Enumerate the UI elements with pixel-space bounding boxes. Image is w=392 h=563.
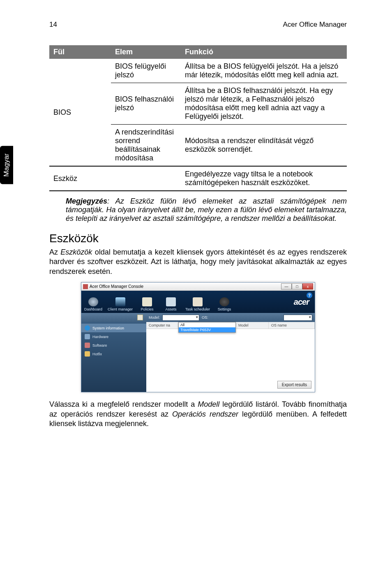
tab-label: Dashboard	[84, 307, 102, 311]
th-elem: Elem	[111, 45, 181, 59]
tab-assets[interactable]: Assets	[159, 296, 183, 313]
os-label: OS:	[202, 315, 208, 320]
th-ful: Fül	[49, 45, 111, 59]
table-row: BIOS BIOS felügyelői jelszó Állítsa be a…	[49, 59, 347, 83]
app-body: System information Hardware Software Hot…	[81, 322, 315, 392]
text-em: Modell	[198, 400, 219, 408]
task-scheduler-icon	[193, 297, 203, 306]
app-window: Acer Office Manager Console — □ x ? Dash…	[81, 282, 315, 392]
model-dropdown-popup[interactable]: All TravelMate P653V	[178, 322, 236, 333]
cell-elem: BIOS felhasználói jelszó	[111, 83, 181, 125]
col-os-name[interactable]: OS name	[269, 322, 315, 329]
titlebar: Acer Office Manager Console — □ x	[81, 283, 315, 291]
window-controls: — □ x	[281, 283, 313, 290]
close-button[interactable]: x	[302, 283, 313, 290]
note-paragraph: Megjegyzés: Az Eszköz fülön lévő elemeke…	[66, 197, 347, 223]
section-heading: Eszközök	[49, 232, 347, 245]
tab-label: Assets	[166, 307, 177, 311]
text: Válassza ki a megfelelő rendszer modellt…	[49, 400, 198, 408]
model-select[interactable]	[162, 315, 199, 321]
text-em: Operációs rendszer	[172, 410, 238, 418]
document-page: 14 Acer Office Manager Fül Elem Funkció …	[0, 0, 392, 453]
tab-label: Task scheduler	[185, 307, 210, 311]
sidebar-item-software[interactable]: Software	[81, 341, 146, 350]
settings-icon	[219, 297, 229, 306]
sidebar-item-label: Hotfix	[92, 352, 102, 356]
dropdown-option-all[interactable]: All	[179, 322, 235, 327]
minimize-button[interactable]: —	[281, 283, 292, 290]
cell-bios-group: BIOS	[49, 59, 111, 166]
tab-label: Settings	[218, 307, 231, 311]
tab-label: Policies	[141, 307, 154, 311]
sidebar-item-label: System information	[92, 326, 124, 330]
filter-bar: Model: OS:	[81, 313, 315, 322]
cell-funk: Módosítsa a rendszer elindítását végző e…	[181, 125, 347, 167]
main-toolbar: ? Dashboard Client manager Policies Asse…	[81, 291, 315, 313]
sidebar-item-label: Software	[92, 343, 107, 348]
page-header: 14 Acer Office Manager	[49, 21, 347, 29]
cell-eszkoz-funk: Engedélyezze vagy tiltsa le a notebook s…	[181, 166, 347, 191]
tab-client-manager[interactable]: Client manager	[105, 296, 135, 313]
info-icon	[85, 325, 90, 331]
note-text: : Az Eszköz fülön lévő elemeket az aszta…	[66, 197, 347, 222]
table-row-eszkoz: Eszköz Engedélyezze vagy tiltsa le a not…	[49, 166, 347, 191]
tab-label: Client manager	[108, 307, 133, 311]
hardware-icon	[85, 334, 90, 339]
text: Az	[49, 248, 60, 256]
page-number: 14	[49, 21, 57, 29]
body-paragraph-1: Az Eszközök oldal bemutatja a kezelt kli…	[49, 248, 347, 276]
sidebar-item-system-information[interactable]: System information	[81, 324, 146, 332]
tab-task-scheduler[interactable]: Task scheduler	[183, 296, 212, 313]
tab-dashboard[interactable]: Dashboard	[81, 296, 105, 313]
tab-policies[interactable]: Policies	[135, 296, 159, 313]
col-computer-name[interactable]: Computer na	[146, 322, 178, 329]
dashboard-icon	[88, 297, 98, 306]
cell-eszkoz-label: Eszköz	[49, 166, 181, 191]
tab-settings[interactable]: Settings	[212, 296, 236, 313]
text-em: Eszközök	[60, 248, 92, 256]
bios-table: Fül Elem Funkció BIOS BIOS felügyelői je…	[49, 45, 347, 191]
os-select[interactable]	[284, 315, 312, 321]
note-label: Megjegyzés	[66, 197, 107, 205]
hotfix-icon	[85, 351, 90, 357]
header-title: Acer Office Manager	[283, 21, 347, 29]
export-results-button[interactable]: Export results	[277, 381, 311, 389]
sidebar-item-hardware[interactable]: Hardware	[81, 332, 146, 341]
text: oldal bemutatja a kezelt kliensek gyors …	[49, 248, 347, 276]
page-icon[interactable]	[137, 315, 143, 320]
dropdown-option-travelmate[interactable]: TravelMate P653V	[179, 327, 235, 332]
assets-sidebar: System information Hardware Software Hot…	[81, 322, 146, 392]
policies-icon	[142, 297, 152, 306]
th-funkcio: Funkció	[181, 45, 347, 59]
app-title: Acer Office Manager Console	[90, 284, 143, 289]
sidebar-item-label: Hardware	[92, 335, 108, 339]
content-area: Computer na Model OS name All TravelMate…	[146, 322, 315, 392]
cell-elem: A rendszerindítási sorrend beállításaina…	[111, 125, 181, 167]
sidebar-item-hotfix[interactable]: Hotfix	[81, 350, 146, 358]
cell-funk: Állítsa be a BIOS felhasználói jelszót. …	[181, 83, 347, 125]
table-header-row: Fül Elem Funkció	[49, 45, 347, 59]
model-label: Model:	[149, 315, 160, 320]
maximize-button[interactable]: □	[292, 283, 302, 290]
cell-funk: Állítsa be a BIOS felügyelői jelszót. Ha…	[181, 59, 347, 83]
client-manager-icon	[115, 297, 125, 306]
cell-elem: BIOS felügyelői jelszó	[111, 59, 181, 83]
body-paragraph-2: Válassza ki a megfelelő rendszer modellt…	[49, 400, 347, 429]
assets-icon	[166, 297, 176, 306]
acer-logo: acer	[294, 297, 315, 307]
app-icon	[83, 284, 88, 289]
software-icon	[85, 343, 90, 348]
col-model[interactable]: Model	[236, 322, 269, 329]
